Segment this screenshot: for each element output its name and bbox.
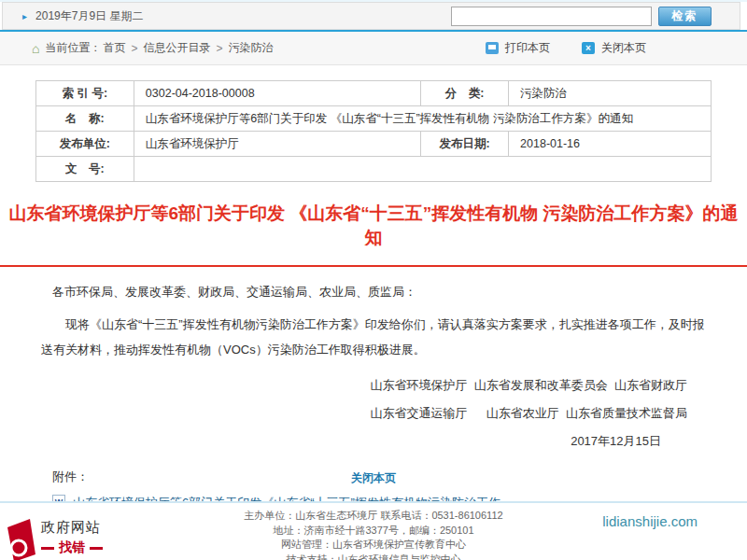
footer-management: 网站管理：山东省环境保护宣传教育中心	[0, 538, 747, 553]
gov-site-error-report-badge[interactable]: 政府网站 找错	[7, 519, 103, 560]
publisher-label: 发布单位:	[36, 132, 134, 157]
doc-number-value	[134, 157, 711, 182]
page-actions: 打印本页 × 关闭本页	[486, 40, 646, 56]
search-area: 检索	[451, 7, 712, 26]
table-row: 发布单位: 山东省环境保护厅 发布日期: 2018-01-16	[36, 132, 712, 157]
badge-bar-left	[41, 547, 54, 550]
close-page-center-link[interactable]: 关闭本页	[351, 471, 396, 484]
index-number-label: 索 引 号:	[36, 81, 134, 106]
badge-bar-right	[90, 547, 103, 550]
footer: 主办单位：山东省生态环境厅 联系电话：0531-86106112 地址：济南市经…	[0, 501, 747, 560]
home-icon: ⌂	[32, 41, 39, 56]
gov-badge-icon	[7, 519, 35, 560]
gov-badge-text: 政府网站 找错	[41, 519, 103, 556]
index-number-value: 0302-04-2018-00008	[134, 81, 420, 106]
breadcrumb-item-pollution-control[interactable]: 污染防治	[229, 40, 274, 56]
signature-block: 山东省环境保护厅 山东省发展和改革委员会 山东省财政厅 山东省交通运输厅 山东省…	[41, 371, 706, 455]
gov-badge-title: 政府网站	[41, 519, 101, 535]
doc-number-label: 文 号:	[36, 157, 134, 182]
category-value: 污染防治	[509, 81, 712, 106]
article-body: 各市环保局、发展改革委、财政局、交通运输局、农业局、质监局： 现将《山东省“十三…	[0, 267, 747, 532]
body-paragraph: 现将《山东省“十三五”挥发性有机物污染防治工作方案》印发给你们，请认真落实方案要…	[41, 312, 706, 362]
salutation: 各市环保局、发展改革委、财政局、交通运输局、农业局、质监局：	[41, 284, 706, 301]
search-button[interactable]: 检索	[658, 7, 712, 26]
search-input[interactable]	[451, 7, 652, 26]
name-value: 山东省环境保护厅等6部门关于印发 《山东省“十三五”挥发性有机物 污染防治工作方…	[134, 106, 711, 132]
document-info-table: 索 引 号: 0302-04-2018-00008 分 类: 污染防治 名 称:…	[35, 80, 712, 182]
table-row: 索 引 号: 0302-04-2018-00008 分 类: 污染防治	[36, 81, 712, 106]
gov-badge-subtitle: 找错	[41, 539, 103, 556]
publish-date-value: 2018-01-16	[509, 132, 712, 157]
close-page-link[interactable]: 关闭本页	[601, 40, 646, 56]
page-title: 山东省环境保护厅等6部门关于印发 《山东省“十三五”挥发性有机物 污染防治工作方…	[0, 202, 747, 250]
category-label: 分 类:	[421, 81, 509, 106]
breadcrumb-item-info-directory[interactable]: 信息公开目录	[143, 40, 210, 56]
name-label: 名 称:	[36, 106, 134, 132]
close-page-action[interactable]: × 关闭本页	[582, 40, 646, 56]
print-page-link[interactable]: 打印本页	[505, 40, 550, 56]
date-display: ▸ 2019年7月9日 星期二	[3, 8, 143, 24]
breadcrumb-item-home[interactable]: 首页	[103, 40, 125, 56]
breadcrumb-separator: >	[216, 42, 222, 55]
arrow-icon: ▸	[22, 11, 27, 21]
signature-line-2: 山东省交通运输厅 山东省农业厅 山东省质量技术监督局	[41, 399, 687, 427]
breadcrumb: ⌂ 当前位置： 首页 > 信息公开目录 > 污染防治	[0, 40, 275, 56]
publisher-value: 山东省环境保护厅	[134, 132, 420, 157]
top-bar: ▸ 2019年7月9日 星期二 检索	[2, 2, 740, 30]
close-icon: ×	[582, 42, 595, 54]
close-page-center: 关闭本页	[0, 469, 747, 486]
footer-support: 技术支持：山东省环境信息与监控中心	[0, 553, 747, 560]
watermark-link[interactable]: lidianshijie.com	[602, 513, 698, 529]
signature-line-1: 山东省环境保护厅 山东省发展和改革委员会 山东省财政厅	[41, 371, 687, 399]
print-page-action[interactable]: 打印本页	[486, 40, 550, 56]
document-date: 2017年12月15日	[41, 427, 687, 455]
table-row: 名 称: 山东省环境保护厅等6部门关于印发 《山东省“十三五”挥发性有机物 污染…	[36, 106, 712, 132]
table-row: 文 号:	[36, 157, 712, 182]
breadcrumb-separator: >	[131, 42, 137, 55]
breadcrumb-bar: ⌂ 当前位置： 首页 > 信息公开目录 > 污染防治 打印本页 × 关闭本页	[0, 30, 747, 65]
breadcrumb-prefix: 当前位置：	[45, 40, 101, 56]
publish-date-label: 发布日期:	[421, 132, 509, 157]
date-text: 2019年7月9日 星期二	[35, 8, 143, 24]
print-icon	[486, 42, 499, 54]
page: ▸ 2019年7月9日 星期二 检索 ⌂ 当前位置： 首页 > 信息公开目录 >…	[0, 0, 747, 560]
